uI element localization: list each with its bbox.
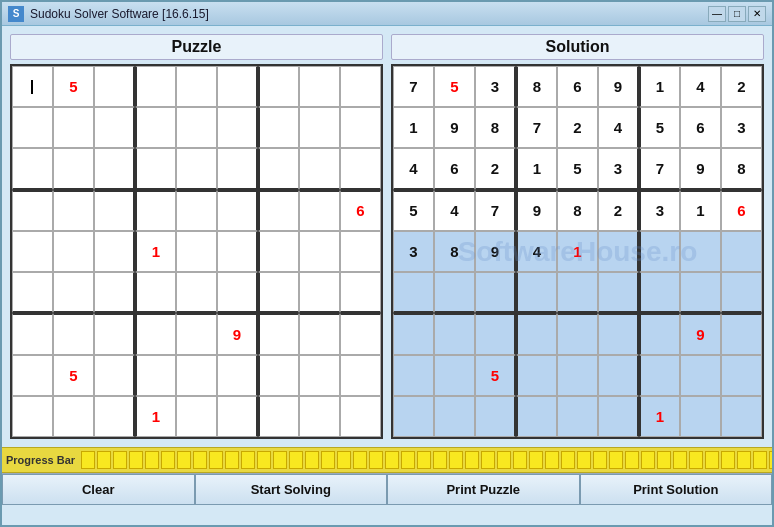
table-row[interactable] [258,148,299,189]
table-row[interactable] [340,272,381,313]
table-row[interactable] [12,272,53,313]
table-row[interactable] [176,66,217,107]
table-row[interactable] [53,396,94,437]
table-row[interactable] [217,231,258,272]
table-row[interactable] [94,355,135,396]
table-row [516,355,557,396]
table-row[interactable] [12,148,53,189]
table-row[interactable]: 6 [340,190,381,231]
table-row[interactable] [12,313,53,354]
table-row[interactable] [94,107,135,148]
table-row[interactable]: 5 [53,355,94,396]
table-row[interactable] [94,313,135,354]
table-row[interactable] [217,107,258,148]
table-row: 7 [516,107,557,148]
table-row[interactable] [135,313,176,354]
table-row[interactable] [176,355,217,396]
table-row[interactable] [53,190,94,231]
table-row[interactable]: 9 [217,313,258,354]
table-row[interactable] [12,107,53,148]
table-row[interactable] [53,148,94,189]
table-row: 6 [434,148,475,189]
table-row[interactable]: 1 [135,396,176,437]
list-item [321,451,335,469]
maximize-button[interactable]: □ [728,6,746,22]
table-row[interactable] [176,396,217,437]
table-row[interactable] [340,66,381,107]
table-row[interactable] [135,148,176,189]
table-row[interactable] [53,272,94,313]
table-row[interactable] [258,272,299,313]
table-row[interactable] [340,313,381,354]
table-row[interactable] [299,107,340,148]
table-row[interactable] [53,107,94,148]
table-row[interactable] [135,272,176,313]
table-row[interactable] [135,66,176,107]
table-row[interactable] [12,190,53,231]
list-item [625,451,639,469]
clear-button[interactable]: Clear [2,474,195,505]
table-row[interactable] [94,66,135,107]
table-row[interactable] [299,313,340,354]
list-item [529,451,543,469]
table-row[interactable] [340,148,381,189]
table-row[interactable] [176,148,217,189]
table-row[interactable] [135,355,176,396]
minimize-button[interactable]: — [708,6,726,22]
table-row[interactable] [217,190,258,231]
table-row[interactable] [12,231,53,272]
table-row[interactable] [12,66,53,107]
table-row[interactable] [53,231,94,272]
table-row[interactable] [94,396,135,437]
table-row[interactable] [94,272,135,313]
print-solution-button[interactable]: Print Solution [580,474,773,505]
table-row[interactable] [299,355,340,396]
table-row[interactable] [217,355,258,396]
table-row[interactable] [176,190,217,231]
table-row[interactable] [217,272,258,313]
list-item [385,451,399,469]
table-row[interactable] [299,396,340,437]
table-row[interactable] [94,148,135,189]
table-row[interactable] [340,396,381,437]
table-row[interactable] [258,66,299,107]
table-row[interactable] [340,231,381,272]
table-row[interactable] [299,190,340,231]
start-solving-button[interactable]: Start Solving [195,474,388,505]
table-row [557,396,598,437]
table-row[interactable] [94,231,135,272]
table-row[interactable] [299,66,340,107]
table-row[interactable] [176,107,217,148]
table-row[interactable] [258,313,299,354]
table-row[interactable] [258,396,299,437]
table-row[interactable] [217,396,258,437]
close-button[interactable]: ✕ [748,6,766,22]
table-row[interactable] [94,190,135,231]
table-row[interactable] [135,190,176,231]
table-row[interactable] [258,231,299,272]
table-row[interactable] [258,355,299,396]
table-row[interactable] [135,107,176,148]
table-row[interactable] [299,148,340,189]
table-row[interactable] [258,107,299,148]
table-row[interactable]: 1 [135,231,176,272]
progress-label: Progress Bar [6,454,78,466]
table-row [639,355,680,396]
print-puzzle-button[interactable]: Print Puzzle [387,474,580,505]
table-row[interactable] [12,396,53,437]
list-item [209,451,223,469]
table-row[interactable] [340,355,381,396]
table-row[interactable] [12,355,53,396]
table-row[interactable] [258,190,299,231]
table-row[interactable] [176,313,217,354]
table-row[interactable]: 5 [53,66,94,107]
table-row[interactable] [176,272,217,313]
table-row[interactable] [340,107,381,148]
table-row[interactable] [217,148,258,189]
table-row[interactable] [217,66,258,107]
table-row[interactable] [53,313,94,354]
table-row[interactable] [299,272,340,313]
table-row[interactable] [176,231,217,272]
puzzle-grid[interactable]: 561951 [10,64,383,439]
table-row[interactable] [299,231,340,272]
